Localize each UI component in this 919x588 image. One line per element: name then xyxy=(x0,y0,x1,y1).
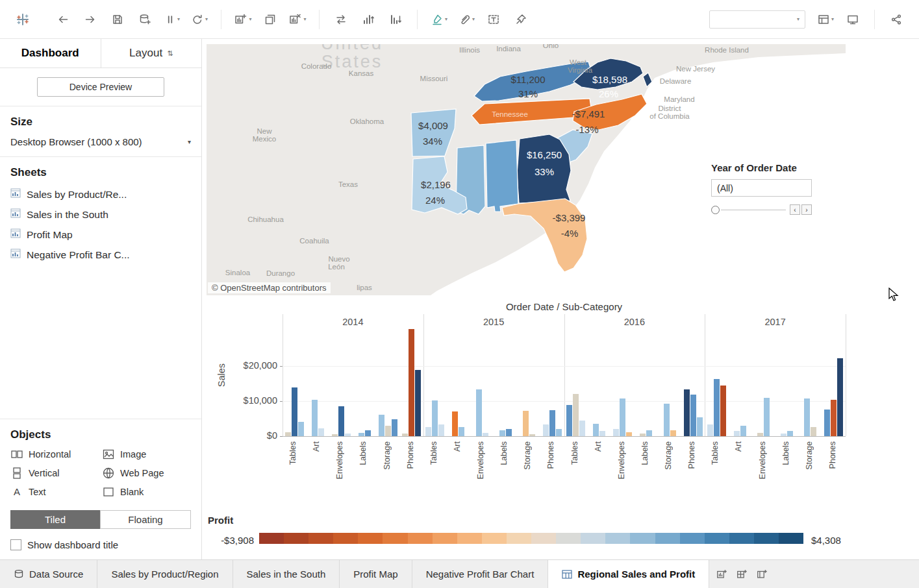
bar-2015-labels[interactable] xyxy=(506,429,512,436)
bar-2016-tables[interactable] xyxy=(579,421,585,436)
new-worksheet-tab-button[interactable] xyxy=(716,568,728,580)
bar-2017-tables[interactable] xyxy=(707,424,713,436)
bar-2017-art[interactable] xyxy=(740,426,746,436)
bar-2014-storage[interactable] xyxy=(385,426,391,436)
collapse-pane-icon[interactable]: ⇅ xyxy=(167,49,173,58)
bar-2014-art[interactable] xyxy=(318,428,324,436)
presentation-mode-button[interactable] xyxy=(843,8,862,31)
bar-2015-art[interactable] xyxy=(452,411,458,436)
subcategory-label[interactable]: Envelopes xyxy=(758,441,767,479)
bar-2014-phones[interactable] xyxy=(409,329,414,436)
subcategory-label[interactable]: Tables xyxy=(429,441,438,465)
bar-2015-phones[interactable] xyxy=(556,429,562,436)
subcategory-label[interactable]: Phones xyxy=(546,441,555,469)
new-data-source-button[interactable] xyxy=(135,8,155,31)
bar-2017-phones[interactable] xyxy=(837,358,843,436)
sheet-item[interactable]: Sales by Product/Re... xyxy=(0,184,201,204)
bar-2017-labels[interactable] xyxy=(781,434,787,436)
show-mark-labels-button[interactable] xyxy=(484,8,503,31)
new-dashboard-tab-button[interactable] xyxy=(736,568,748,580)
bar-2014-envelopes[interactable] xyxy=(345,434,351,436)
bar-2017-envelopes[interactable] xyxy=(764,398,770,436)
slider-step-right-button[interactable]: › xyxy=(801,204,812,215)
bar-2016-envelopes[interactable] xyxy=(613,429,619,436)
subcategory-label[interactable]: Storage xyxy=(523,441,532,470)
chart-title[interactable]: Order Date / Sub-Category xyxy=(283,301,846,312)
dropdown-caret-icon[interactable]: ▾ xyxy=(797,16,799,22)
bar-2017-storage[interactable] xyxy=(811,427,816,436)
subcategory-label[interactable]: Labels xyxy=(359,441,368,465)
bar-2017-labels[interactable] xyxy=(787,431,793,436)
bar-2015-labels[interactable] xyxy=(499,430,505,436)
bar-2016-envelopes[interactable] xyxy=(620,398,625,436)
show-dashboard-title-checkbox[interactable] xyxy=(10,539,21,550)
bar-2014-tables[interactable] xyxy=(285,432,291,436)
subcategory-label[interactable]: Envelopes xyxy=(335,441,344,479)
sheet-item[interactable]: Profit Map xyxy=(0,225,201,245)
object-web[interactable]: Web Page xyxy=(102,467,191,480)
dropdown-caret-icon[interactable]: ▾ xyxy=(177,16,180,22)
bar-2017-phones[interactable] xyxy=(831,400,837,436)
subcategory-label[interactable]: Art xyxy=(594,441,603,452)
subcategory-label[interactable]: Art xyxy=(312,441,321,452)
subcategory-label[interactable]: Phones xyxy=(406,441,415,469)
dropdown-caret-icon[interactable]: ▾ xyxy=(831,16,834,22)
slider-step-left-button[interactable]: ‹ xyxy=(790,204,800,215)
bar-2014-labels[interactable] xyxy=(359,433,364,436)
bar-2015-phones[interactable] xyxy=(549,410,555,436)
profit-legend-title[interactable]: Profit xyxy=(208,515,233,526)
new-worksheet-button[interactable]: ▾ xyxy=(233,8,253,31)
subcategory-label[interactable]: Tables xyxy=(570,441,579,465)
year-header[interactable]: 2014 xyxy=(283,317,423,327)
save-button[interactable] xyxy=(108,8,127,31)
bar-2015-phones[interactable] xyxy=(543,424,549,436)
subcategory-label[interactable]: Tables xyxy=(711,441,720,465)
bar-2014-envelopes[interactable] xyxy=(338,406,344,436)
bar-2015-envelopes[interactable] xyxy=(483,433,488,436)
duplicate-button[interactable] xyxy=(260,8,280,31)
sheet-item[interactable]: Negative Profit Bar C... xyxy=(0,245,201,265)
bar-2014-labels[interactable] xyxy=(365,430,371,436)
object-image[interactable]: Image xyxy=(102,448,191,461)
bar-2017-envelopes[interactable] xyxy=(757,433,763,436)
bar-2016-phones[interactable] xyxy=(690,395,696,436)
object-vertical[interactable]: Vertical xyxy=(10,467,99,480)
bar-2014-art[interactable] xyxy=(312,400,318,436)
bar-2016-phones[interactable] xyxy=(684,389,690,436)
dropdown-caret-icon[interactable]: ▾ xyxy=(205,16,208,22)
bar-2017-art[interactable] xyxy=(734,431,740,436)
dropdown-caret-icon[interactable]: ▾ xyxy=(303,16,306,22)
subcategory-label[interactable]: Labels xyxy=(499,441,509,465)
bar-2016-tables[interactable] xyxy=(573,394,579,436)
share-button[interactable] xyxy=(887,8,906,31)
year-filter-dropdown[interactable]: (All) xyxy=(711,179,812,197)
redo-button[interactable] xyxy=(81,8,100,31)
tiled-button[interactable]: Tiled xyxy=(10,510,100,529)
bar-2015-storage[interactable] xyxy=(523,411,529,436)
dropdown-caret-icon[interactable]: ▾ xyxy=(445,16,447,22)
profit-legend-gradient[interactable] xyxy=(259,533,803,544)
subcategory-label[interactable]: Envelopes xyxy=(476,441,485,479)
bar-2015-tables[interactable] xyxy=(425,427,431,436)
bar-2016-labels[interactable] xyxy=(640,434,646,436)
bar-2016-tables[interactable] xyxy=(566,405,572,436)
bar-2016-art[interactable] xyxy=(599,431,605,436)
subcategory-label[interactable]: Storage xyxy=(805,441,814,470)
clear-sheet-button[interactable]: ▾ xyxy=(288,8,307,31)
device-preview-button[interactable]: Device Preview xyxy=(37,77,164,97)
bar-2017-phones[interactable] xyxy=(824,410,830,436)
state-alabama[interactable] xyxy=(486,140,518,212)
bar-2014-phones[interactable] xyxy=(402,434,408,436)
bar-2016-art[interactable] xyxy=(593,424,599,436)
sheet-tab-regional-sales-and-profit[interactable]: Regional Sales and Profit xyxy=(548,560,709,588)
object-text[interactable]: A Text xyxy=(10,485,99,498)
bar-2016-phones[interactable] xyxy=(697,417,703,436)
year-header[interactable]: 2015 xyxy=(423,317,564,327)
sheet-tab-sales-by-product-region[interactable]: Sales by Product/Region xyxy=(97,560,233,588)
subcategory-label[interactable]: Storage xyxy=(664,441,673,470)
sheet-tab-negative-profit-bar-chart[interactable]: Negative Profit Bar Chart xyxy=(412,560,549,588)
subcategory-label[interactable]: Labels xyxy=(640,441,649,465)
undo-button[interactable] xyxy=(53,8,73,31)
object-blank[interactable]: Blank xyxy=(102,485,191,498)
bar-2016-envelopes[interactable] xyxy=(626,432,632,436)
